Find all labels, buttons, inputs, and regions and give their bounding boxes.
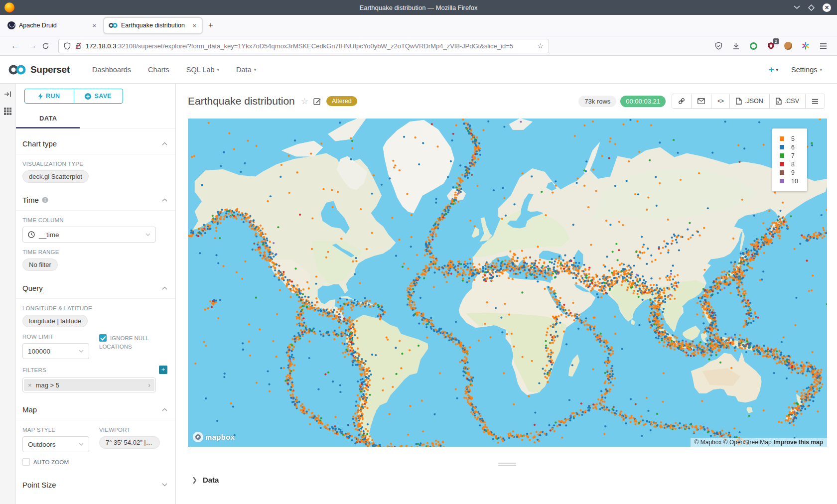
map-style-label: MAP STYLE bbox=[22, 427, 89, 433]
workspace: RUN SAVE DATA Chart type VISUALIZATION T… bbox=[0, 84, 837, 504]
nav-dashboards[interactable]: Dashboards bbox=[84, 66, 140, 74]
forward-button[interactable]: → bbox=[24, 41, 42, 50]
favorite-star-icon[interactable]: ☆ bbox=[301, 96, 308, 107]
chevron-right-icon: ❯ bbox=[192, 476, 197, 484]
map-attribution: © Mapbox © OpenStreetMapImprove this map bbox=[691, 438, 827, 447]
superset-navbar: Superset Dashboards Charts SQL Lab▾ Data… bbox=[0, 56, 837, 84]
menu-icon[interactable] bbox=[818, 41, 828, 51]
ublock-icon[interactable]: 2 bbox=[766, 41, 776, 51]
ignore-null-checkbox[interactable] bbox=[99, 334, 107, 342]
nav-data[interactable]: Data▾ bbox=[228, 66, 265, 74]
export-json-button[interactable]: .JSON bbox=[729, 94, 769, 108]
lonlat-pill[interactable]: longitude | latitude bbox=[22, 315, 88, 327]
expand-panel-icon[interactable] bbox=[4, 91, 11, 98]
caret-down-icon: ▾ bbox=[217, 67, 220, 72]
info-icon bbox=[42, 197, 48, 203]
copy-link-button[interactable] bbox=[672, 94, 691, 108]
bookmark-star-icon[interactable]: ☆ bbox=[537, 42, 544, 50]
ignore-null-control[interactable]: IGNORE NULL LOCATIONS bbox=[99, 327, 154, 359]
export-csv-button[interactable]: .CSV bbox=[769, 94, 805, 108]
time-range-pill[interactable]: No filter bbox=[22, 258, 58, 271]
legend-swatch bbox=[780, 179, 784, 183]
superset-logo[interactable]: Superset bbox=[8, 64, 70, 76]
add-filter-button[interactable]: + bbox=[159, 366, 167, 374]
data-panel-toggle[interactable]: ❯ Data bbox=[192, 476, 219, 484]
protections-shield-icon[interactable] bbox=[713, 41, 723, 51]
chart-header: Earthquake distribution ☆ Altered 73k ro… bbox=[176, 84, 837, 119]
row-count-badge: 73k rows bbox=[578, 96, 616, 107]
left-icon-strip bbox=[0, 84, 16, 504]
embed-code-button[interactable]: <> bbox=[711, 94, 729, 108]
viewport-pill[interactable]: 7° 35' 54.02" | 31... bbox=[99, 436, 160, 449]
improve-map-link[interactable]: Improve this map bbox=[774, 439, 823, 446]
more-options-button[interactable] bbox=[805, 94, 825, 108]
extension-green-icon[interactable] bbox=[748, 41, 758, 51]
viz-type-label: VISUALIZATION TYPE bbox=[22, 161, 167, 167]
attribution-text[interactable]: © Mapbox © OpenStreetMap bbox=[695, 439, 772, 446]
reload-icon[interactable] bbox=[42, 42, 49, 50]
ublock-badge: 2 bbox=[773, 38, 779, 44]
save-button[interactable]: SAVE bbox=[74, 89, 123, 103]
close-tab-icon[interactable]: × bbox=[91, 22, 97, 29]
close-icon[interactable]: ✕ bbox=[823, 3, 831, 12]
lonlat-label: LONGITUDE & LATITUDE bbox=[22, 305, 167, 311]
tab-apache-druid[interactable]: Apache Druid × bbox=[3, 17, 102, 34]
section-chart-type[interactable]: Chart type bbox=[16, 128, 175, 154]
mapbox-logo[interactable]: mapbox bbox=[193, 432, 235, 442]
section-point-size[interactable]: Point Size bbox=[16, 466, 175, 495]
pinwheel-extension-icon[interactable] bbox=[801, 41, 811, 51]
new-item-button[interactable]: +▾ bbox=[768, 64, 778, 75]
nav-sql-lab[interactable]: SQL Lab▾ bbox=[178, 66, 228, 74]
dataset-grid-icon[interactable] bbox=[4, 108, 11, 115]
edit-icon[interactable] bbox=[313, 97, 321, 105]
section-query[interactable]: Query bbox=[16, 271, 175, 298]
legend-item: 7 bbox=[780, 151, 798, 160]
run-button[interactable]: RUN bbox=[25, 89, 74, 103]
url-bar[interactable]: 172.18.0.3:32108/superset/explore/?form_… bbox=[58, 39, 549, 53]
insecure-lock-icon[interactable] bbox=[75, 42, 82, 50]
legend-swatch bbox=[780, 162, 784, 166]
tab-data[interactable]: DATA bbox=[39, 115, 57, 122]
control-panel: RUN SAVE DATA Chart type VISUALIZATION T… bbox=[16, 84, 176, 504]
minimize-icon[interactable] bbox=[794, 5, 800, 9]
query-timer-badge: 00:00:03.21 bbox=[620, 96, 666, 107]
chart-area: Earthquake distribution ☆ Altered 73k ro… bbox=[176, 84, 837, 504]
back-button[interactable]: ← bbox=[6, 41, 24, 50]
close-tab-icon[interactable]: × bbox=[191, 22, 197, 29]
file-icon bbox=[736, 98, 742, 105]
url-text: 172.18.0.3:32108/superset/explore/?form_… bbox=[86, 42, 533, 50]
auto-zoom-control[interactable]: AUTO ZOOM bbox=[22, 458, 167, 466]
panel-resize-handle[interactable] bbox=[498, 463, 516, 468]
remove-filter-icon[interactable]: × bbox=[28, 381, 32, 389]
plus-circle-icon bbox=[85, 93, 91, 100]
chevron-up-icon bbox=[162, 286, 167, 290]
shield-icon[interactable] bbox=[64, 42, 71, 50]
viz-type-pill[interactable]: deck.gl Scatterplot bbox=[22, 170, 89, 183]
time-column-label: TIME COLUMN bbox=[22, 217, 167, 223]
map-canvas[interactable] bbox=[188, 119, 827, 447]
nav-charts[interactable]: Charts bbox=[140, 66, 178, 74]
url-path: :32108/superset/explore/?form_data_key=1… bbox=[116, 42, 513, 50]
email-button[interactable] bbox=[691, 94, 711, 108]
auto-zoom-checkbox[interactable] bbox=[22, 458, 30, 466]
row-limit-select[interactable]: 100000 bbox=[22, 343, 89, 359]
map-style-select[interactable]: Outdoors bbox=[22, 436, 89, 452]
cookie-icon[interactable] bbox=[783, 41, 793, 51]
filter-value: mag > 5 bbox=[36, 381, 59, 389]
tab-earthquake-distribution[interactable]: Earthquake distribution × bbox=[104, 17, 202, 34]
url-host: 172.18.0.3 bbox=[86, 42, 116, 50]
section-time[interactable]: Time bbox=[16, 183, 175, 210]
downloads-icon[interactable] bbox=[731, 41, 741, 51]
maximize-icon[interactable] bbox=[808, 4, 815, 11]
chevron-down-icon bbox=[145, 233, 150, 236]
new-tab-button[interactable]: + bbox=[203, 20, 218, 30]
chevron-down-icon bbox=[162, 483, 167, 487]
auto-zoom-label: AUTO ZOOM bbox=[33, 459, 69, 465]
filter-control[interactable]: × mag > 5 › bbox=[22, 378, 156, 392]
legend-item: 8 bbox=[780, 160, 798, 168]
legend-item: 6 bbox=[780, 143, 798, 151]
section-map[interactable]: Map bbox=[16, 392, 175, 420]
settings-menu[interactable]: Settings▾ bbox=[791, 66, 822, 74]
time-column-select[interactable]: __time bbox=[22, 227, 156, 243]
chevron-right-icon[interactable]: › bbox=[148, 381, 150, 389]
